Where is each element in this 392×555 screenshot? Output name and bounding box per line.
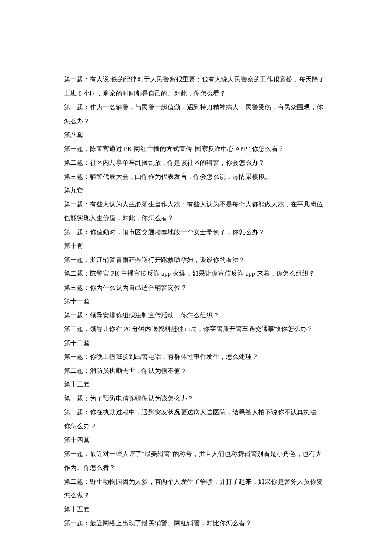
text-line: 第二题：你在执勤过程中，遇到突发状况要送病人送医院，结果被人拍下说你不认真执法，… (64, 405, 328, 433)
text-line: 第一题：有些人认为人生必须生当作人杰；有些人认为不是每个人都能做人杰，在平凡岗位… (64, 198, 328, 225)
set-heading: 第十二套 (64, 336, 328, 350)
text-line: 第二题：陈警官 PK 主播宣传反诈 app 火爆，如果让你宣传反诈 app 来着… (64, 267, 328, 281)
set-heading: 第九套 (64, 183, 328, 198)
text-line: 第二题：领导让你在 20 分钟内送资料赶往市局，你穿警服开警车遇交通事故你怎么办… (64, 322, 328, 336)
text-line: 第二题：消防员执勤去世，你认为值不值？ (64, 364, 328, 378)
text-line: 第三题：你为什么认为自己适合辅警岗位？ (64, 281, 328, 295)
text-line: 第一题：为了预防电信诈骗你认为该怎么办？ (64, 392, 328, 406)
set-heading: 第十套 (64, 239, 328, 253)
text-line: 第一题：浙江辅警冒雨狂奔逆行开路救助孕妇，谈谈你的看法？ (64, 253, 328, 267)
set-heading: 第十一套 (64, 294, 328, 308)
text-line: 第一题：有人说:铁的纪律对于人民警察很重要；也有人说人民警察的工作很宽松，每天除… (64, 73, 328, 100)
text-line: 第一题：陈警官通过 PK 网红主播的方式宣传"国家反诈中心 APP",你怎么看？ (64, 142, 328, 156)
text-line: 第二题：作为一名辅警，与民警一起值勤，遇到持刀精神病人，民警受伤，有民众围观，你… (64, 100, 328, 128)
text-line: 第一题：最近对一些人评了"最美辅警"的称号，并且人们也称赞辅警别看是小角色，也有… (64, 447, 328, 475)
text-line: 第二题：社区内共享单车乱摆乱放，你是该社区的辅警，你会怎么办？ (64, 156, 328, 170)
set-heading: 第八套 (64, 128, 328, 142)
set-heading: 第十四套 (64, 433, 328, 447)
text-line: 第二题：你值勤时，闹市区交通堵塞地段一个女士晕倒了，你怎么办？ (64, 225, 328, 239)
set-heading: 第十五套 (64, 503, 328, 517)
text-line: 第一题：最近网络上出现了最美辅警、网红辅警，对比你怎么看？ (64, 516, 328, 530)
text-line: 第一题：你晚上值班接到出警电话，有群体性事件发生，怎么处理？ (64, 350, 328, 364)
set-heading: 第十三套 (64, 378, 328, 392)
text-line: 第一题：领导安排你组织法制宣传活动，你怎么组织？ (64, 308, 328, 323)
document-page: 第一题：有人说:铁的纪律对于人民警察很重要；也有人说人民警察的工作很宽松，每天除… (0, 0, 392, 555)
text-line: 第三题：辅警代表大会，由你作为代表发言，你会怎么说，请情景模拟。 (64, 170, 328, 184)
text-line: 第二题：野生动物园因为人多，有两个人发生了争吵，并打了起来，如果你是警务人员你要… (64, 475, 328, 503)
